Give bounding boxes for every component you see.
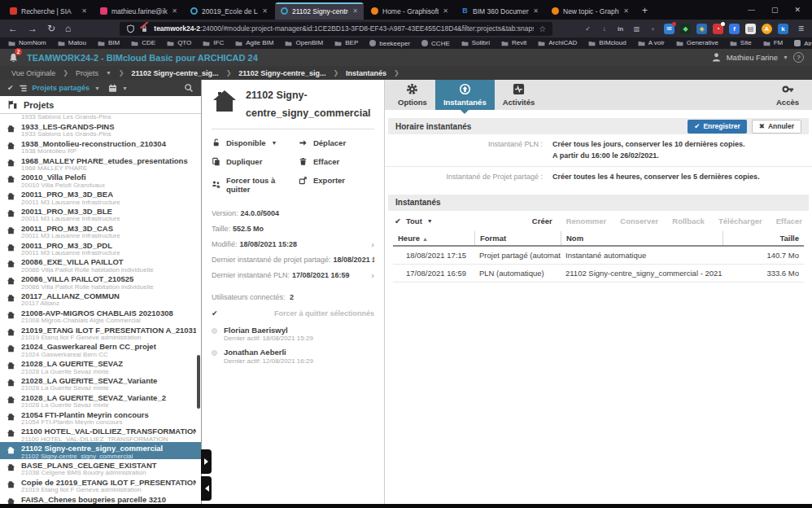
dupliquer-action[interactable]: Dupliquer: [212, 157, 299, 166]
project-list-item[interactable]: 21024_Gaswerkareal Bern CC_projet21024 G…: [0, 340, 201, 357]
search-icon[interactable]: [184, 83, 194, 93]
ext-keeper-icon[interactable]: k: [778, 24, 788, 34]
breadcrumb-item[interactable]: Instantanés: [346, 69, 386, 77]
chevron-right-icon[interactable]: ›: [371, 255, 374, 265]
window-close-button[interactable]: ✕: [794, 6, 801, 14]
ext-adblock-green-icon[interactable]: ◆: [680, 24, 691, 34]
breadcrumb-item[interactable]: Vue Originale: [11, 69, 55, 77]
exporter-action[interactable]: Exporter: [299, 176, 374, 185]
tab-instantans[interactable]: Instantanés: [435, 80, 495, 110]
disponible-action[interactable]: Disponible▼: [212, 138, 299, 147]
project-item-partial[interactable]: 1933 Sablons Les Grands-Pins: [0, 114, 201, 120]
check-icon[interactable]: ✔: [7, 84, 14, 92]
tab-close-icon[interactable]: ✕: [172, 7, 177, 15]
bookmark-item[interactable]: FM: [763, 39, 784, 46]
project-list-item[interactable]: 21102 Signy-centre_signy_commercial21102…: [0, 442, 201, 459]
browser-tab[interactable]: Recherche | SIA✕: [4, 2, 93, 20]
ext-avatar-orange-icon[interactable]: A: [762, 24, 772, 34]
notifications-bell-icon[interactable]: 2: [8, 50, 19, 65]
connected-user-item[interactable]: Jonathan AeberliDernier actif: 12/08/202…: [212, 344, 374, 366]
project-list-item[interactable]: FAISA_Chenes bougeries parcelle 3210EF_C…: [0, 493, 201, 504]
dplacer-action[interactable]: Déplacer: [299, 138, 374, 147]
bookmark-item[interactable]: CCHE: [421, 40, 450, 47]
tab-close-icon[interactable]: ✕: [352, 7, 358, 15]
chevron-right-icon[interactable]: ›: [371, 270, 374, 280]
browser-tab[interactable]: mathieu.farine@ik.me✕: [94, 2, 183, 20]
project-list-item[interactable]: 1938_Montolieu-reconstruction_2103041938…: [0, 138, 201, 155]
effacer-action[interactable]: Effacer: [299, 157, 374, 166]
project-list-item[interactable]: 21028_LA GUERITE_SEVAZ21028 La Guerite S…: [0, 357, 201, 374]
project-list-item[interactable]: 20011_PRO_M3_3D_BEA20011 M3 Lausanne Inf…: [0, 188, 201, 205]
window-maximize-button[interactable]: ▢: [771, 6, 779, 14]
project-list-item[interactable]: 21028_LA GUERITE_SEVAZ_Variante21028 La …: [0, 374, 201, 392]
forcer-tous--quitter-action[interactable]: Forcer tous à quitter: [212, 176, 299, 194]
forward-button[interactable]: →: [28, 24, 37, 33]
browser-tab[interactable]: BBIM 360 Document Managemen✕: [456, 2, 544, 20]
project-list-item[interactable]: 20086_VILLA PAILLOT_21052520086 Villa Pa…: [0, 273, 201, 290]
back-button[interactable]: ←: [8, 24, 18, 33]
menu-icon[interactable]: ≡: [798, 24, 804, 33]
help-button[interactable]: ?: [793, 52, 804, 63]
ext-settings-blue-icon[interactable]: ◈: [696, 24, 707, 34]
save-button[interactable]: ✔Enregistrer: [688, 120, 746, 134]
project-list-item[interactable]: 20011_PRO_M3_3D_PDL20011 M3 Lausanne Inf…: [0, 239, 201, 256]
browser-tab[interactable]: Home - Graphisoft Community✕: [365, 2, 454, 20]
bookmark-item[interactable]: CDE: [131, 39, 155, 46]
project-list-item[interactable]: BASE_PLANS_CELGENE_EXISTANT21038 Celgene…: [0, 459, 201, 476]
table-row[interactable]: 17/08/2021 16:59PLN (automatique)21102 S…: [393, 265, 804, 282]
bookmark-item[interactable]: BEP: [334, 39, 358, 46]
column-header-format[interactable]: Format: [474, 231, 561, 245]
ext-mask-icon[interactable]: ●: [648, 24, 658, 34]
ext-privacy-icon[interactable]: ✓: [583, 24, 593, 34]
sidebar-expand-handle[interactable]: [201, 449, 212, 474]
tab-options[interactable]: Options: [390, 80, 435, 110]
bookmark-item[interactable]: BIM: [98, 39, 120, 46]
browser-tab[interactable]: 21102 Signy-centre_signy_com✕: [275, 2, 364, 20]
reload-button[interactable]: ↻: [47, 24, 55, 33]
table-row[interactable]: 18/08/2021 17:15Projet partagé (automati…: [393, 247, 804, 265]
bookmark-item[interactable]: Airtable: [794, 40, 812, 47]
breadcrumb-item[interactable]: 21102 Signy-centre_sig...: [132, 69, 219, 77]
sidebar-collapse-handle[interactable]: [201, 476, 212, 501]
tab-close-icon[interactable]: ✕: [262, 7, 268, 15]
tracking-protection-icon[interactable]: [126, 24, 135, 33]
select-all-users-check[interactable]: ✔: [212, 309, 218, 318]
tab-close-icon[interactable]: ✕: [443, 7, 448, 15]
bookmark-item[interactable]: OpenBIM: [285, 39, 323, 46]
project-list-item[interactable]: 1968_MALLEY PHARE_etudes_presentations19…: [0, 155, 201, 172]
crer-action[interactable]: Créer: [532, 217, 552, 226]
chevron-right-icon[interactable]: ›: [371, 239, 374, 249]
connected-user-item[interactable]: Florian BaeriswylDernier actif: 18/08/20…: [212, 322, 374, 344]
bookmark-star-icon[interactable]: ☆: [539, 24, 546, 33]
bookmark-item[interactable]: ArchiCAD: [538, 39, 577, 46]
project-list-item[interactable]: Copie de 21019_ETANG ILOT F_PRESENTATION…: [0, 476, 201, 493]
bookmark-item[interactable]: beekeeper: [369, 40, 410, 47]
ext-reader-icon[interactable]: ▥: [631, 24, 642, 34]
home-button[interactable]: ⌂: [65, 24, 71, 33]
bookmark-item[interactable]: Generative: [676, 39, 718, 46]
ext-facebook-icon[interactable]: f: [729, 24, 740, 34]
cancel-button[interactable]: ✖Annuler: [752, 120, 801, 134]
insecure-lock-icon[interactable]: [140, 22, 149, 36]
project-list-item[interactable]: 20010_Villa Pelofi20010 Villa Pelofi Gra…: [0, 171, 201, 188]
breadcrumb-item[interactable]: Projets: [76, 69, 98, 77]
bookmark-item[interactable]: A voir: [638, 39, 665, 46]
ext-calendar-red-icon[interactable]: ◔: [713, 24, 723, 34]
column-header-taille[interactable]: Taille: [723, 231, 804, 245]
bookmark-item[interactable]: Solibri: [461, 39, 490, 46]
snapshot-filter-dropdown[interactable]: ✔ Tout ▼: [395, 217, 433, 226]
bookmark-item[interactable]: BIMcloud: [588, 39, 626, 46]
bookmark-item[interactable]: IFC: [203, 39, 224, 46]
ext-download-icon[interactable]: ↓: [599, 24, 609, 34]
tab-close-icon[interactable]: ✕: [81, 7, 87, 15]
bookmark-item[interactable]: NomNom: [8, 39, 46, 46]
sidebar-scrollbar[interactable]: [197, 355, 200, 409]
project-list-item[interactable]: 21100 HOTEL_VAL-DILLIEZ_TRANSFORMATION21…: [0, 425, 201, 442]
browser-tab[interactable]: New topic - Graphisoft Commu✕: [546, 2, 635, 20]
project-list-item[interactable]: 20011_PRO_M3_3D_CAS20011 M3 Lausanne Inf…: [0, 222, 201, 239]
project-list-item[interactable]: 20011_PRO_M3_3D_BLE20011 M3 Lausanne Inf…: [0, 205, 201, 222]
tree-view-icon[interactable]: [19, 84, 28, 93]
ext-notes-icon[interactable]: ▤: [745, 24, 756, 34]
user-menu[interactable]: Mathieu Farine: [727, 53, 778, 62]
bookmark-item[interactable]: Site: [730, 39, 752, 46]
